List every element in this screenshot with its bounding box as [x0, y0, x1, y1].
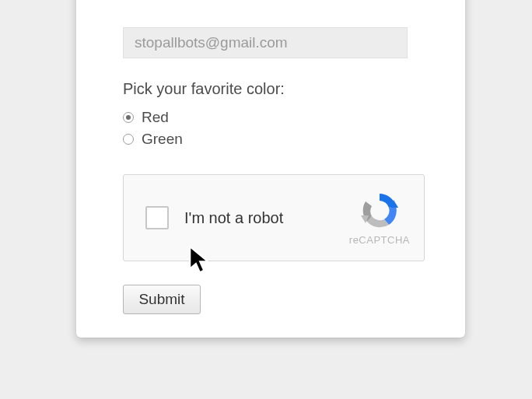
recaptcha-widget: I'm not a robot reCAPTCHA	[123, 174, 425, 261]
question-label: Pick your favorite color:	[123, 80, 442, 98]
radio-icon	[123, 134, 134, 145]
recaptcha-brand-text: reCAPTCHA	[349, 234, 410, 246]
recaptcha-label: I'm not a robot	[184, 209, 283, 227]
color-radio-group: Red Green	[123, 109, 442, 148]
recaptcha-icon	[359, 191, 400, 231]
radio-label: Red	[142, 109, 169, 126]
email-field[interactable]	[123, 27, 408, 58]
recaptcha-checkbox[interactable]	[145, 206, 169, 229]
submit-button[interactable]: Submit	[123, 285, 201, 314]
radio-label: Green	[142, 131, 183, 148]
recaptcha-branding: reCAPTCHA	[349, 191, 410, 246]
radio-row-green[interactable]: Green	[123, 131, 442, 148]
radio-icon	[123, 112, 134, 123]
form-card: Pick your favorite color: Red Green I'm …	[76, 0, 465, 338]
recaptcha-left: I'm not a robot	[145, 206, 283, 229]
radio-row-red[interactable]: Red	[123, 109, 442, 126]
